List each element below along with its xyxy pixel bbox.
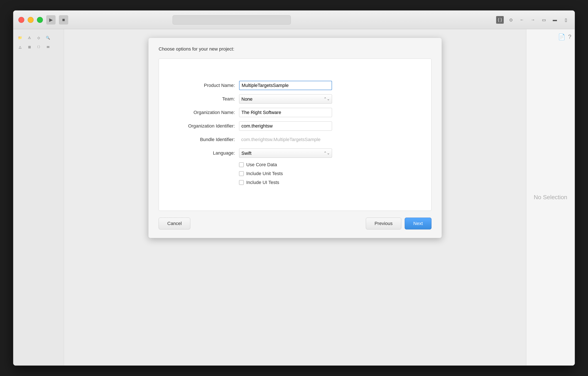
team-select[interactable]: None — [239, 94, 332, 104]
changes-icon[interactable]: 〈〉 — [35, 44, 42, 50]
org-name-label: Organization Name: — [167, 110, 239, 115]
dialog-body: Product Name: Team: None ⌃⌄ — [159, 59, 431, 211]
team-select-wrapper: None ⌃⌄ — [239, 94, 332, 104]
new-file-icon[interactable]: 📄 — [558, 33, 565, 40]
include-unit-tests-label[interactable]: Include Unit Tests — [246, 171, 283, 176]
tests-icon[interactable]: ⊞ — [26, 44, 33, 50]
use-core-data-checkbox[interactable] — [239, 162, 244, 167]
product-name-row: Product Name: — [167, 81, 423, 90]
include-unit-tests-row: Include Unit Tests — [239, 171, 423, 176]
titlebar-right: { } ⊙ ← → ▭ ▬ ▯ — [496, 16, 570, 24]
mail-icon[interactable]: ✉ — [45, 44, 51, 50]
next-button[interactable]: Next — [405, 218, 431, 230]
include-ui-tests-row: Include UI Tests — [239, 180, 423, 185]
previous-button[interactable]: Previous — [366, 218, 401, 230]
language-row: Language: Swift ⌃⌄ — [167, 148, 423, 158]
stop-button[interactable]: ■ — [59, 15, 68, 24]
org-identifier-input[interactable] — [239, 122, 332, 131]
layout-3-button[interactable]: ▯ — [562, 16, 570, 24]
right-panel-icons: 📄 ? — [558, 33, 571, 40]
team-row: Team: None ⌃⌄ — [167, 94, 423, 104]
help-icon[interactable]: ? — [568, 33, 571, 40]
use-core-data-label[interactable]: Use Core Data — [246, 162, 277, 167]
language-select-wrapper: Swift ⌃⌄ — [239, 148, 332, 158]
org-identifier-label: Organization Identifier: — [167, 123, 239, 129]
product-name-input[interactable] — [239, 81, 332, 90]
include-ui-tests-label[interactable]: Include UI Tests — [246, 180, 279, 185]
inspector-icon[interactable]: ⚠ — [26, 34, 33, 41]
footer-right-buttons: Previous Next — [366, 218, 431, 230]
org-name-input[interactable] — [239, 108, 332, 117]
layout-1-button[interactable]: ▭ — [540, 16, 548, 24]
breakpoints-icon[interactable]: ◇ — [35, 34, 42, 41]
product-name-label: Product Name: — [167, 83, 239, 88]
bundle-identifier-value: com.therightsw.MultipleTargetsSample — [239, 135, 323, 144]
layout-2-button[interactable]: ▬ — [551, 16, 559, 24]
dialog-footer: Cancel Previous Next — [159, 218, 431, 230]
minimize-button[interactable] — [28, 17, 34, 23]
language-label: Language: — [167, 150, 239, 156]
include-unit-tests-checkbox[interactable] — [239, 171, 244, 176]
traffic-lights — [18, 17, 43, 23]
warning-icon[interactable]: △ — [17, 44, 23, 50]
language-select[interactable]: Swift — [239, 148, 332, 158]
use-core-data-row: Use Core Data — [239, 162, 423, 167]
content-area: Choose options for your new project: Pro… — [64, 29, 526, 365]
dialog-title: Choose options for your new project: — [159, 46, 234, 52]
maximize-button[interactable] — [37, 17, 43, 23]
right-panel: 📄 ? No Selection — [526, 29, 575, 365]
org-identifier-row: Organization Identifier: — [167, 122, 423, 131]
new-project-dialog: Choose options for your new project: Pro… — [148, 38, 442, 238]
include-ui-tests-checkbox[interactable] — [239, 180, 244, 185]
main-window: ▶ ■ { } ⊙ ← → ▭ ▬ ▯ 📁 ⚠ ◇ 🔍 △ ⊞ 〈〉 — [13, 10, 575, 366]
related-files-button[interactable]: ⊙ — [507, 16, 515, 24]
org-name-row: Organization Name: — [167, 108, 423, 117]
code-view-button[interactable]: { } — [496, 16, 504, 24]
cancel-button[interactable]: Cancel — [159, 218, 190, 230]
search-icon[interactable]: 🔍 — [45, 34, 51, 41]
bundle-identifier-row: Bundle Identifier: com.therightsw.Multip… — [167, 135, 423, 144]
sidebar-toolbar: 📁 ⚠ ◇ 🔍 △ ⊞ 〈〉 ✉ — [13, 33, 64, 52]
titlebar: ▶ ■ { } ⊙ ← → ▭ ▬ ▯ — [13, 11, 575, 29]
forward-button[interactable]: → — [529, 16, 537, 24]
bundle-identifier-label: Bundle Identifier: — [167, 137, 239, 142]
sidebar: 📁 ⚠ ◇ 🔍 △ ⊞ 〈〉 ✉ — [13, 29, 64, 365]
search-bar[interactable] — [173, 15, 291, 24]
back-button[interactable]: ← — [518, 16, 526, 24]
no-selection-label: No Selection — [534, 194, 567, 201]
main-area: 📁 ⚠ ◇ 🔍 △ ⊞ 〈〉 ✉ Choose options for your… — [13, 29, 575, 365]
play-button[interactable]: ▶ — [46, 15, 55, 24]
team-label: Team: — [167, 96, 239, 102]
folder-icon[interactable]: 📁 — [17, 34, 23, 41]
close-button[interactable] — [18, 17, 24, 23]
dialog-header: Choose options for your new project: — [159, 46, 431, 52]
